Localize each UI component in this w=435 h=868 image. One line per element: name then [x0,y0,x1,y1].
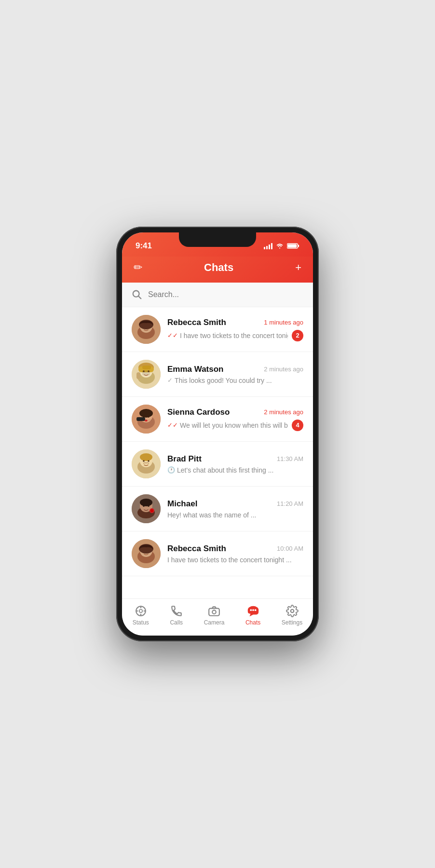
status-icon [135,605,147,617]
message-time: 11:30 AM [277,455,303,462]
clock-icon: 🕐 [167,466,175,474]
svg-point-50 [148,550,150,552]
avatar [132,405,161,434]
svg-point-36 [148,460,150,462]
svg-point-63 [290,610,294,613]
avatar [132,315,161,344]
chat-content: Rebecca Smith 10:00 AM I have two ticket… [167,544,303,564]
settings-nav-label: Settings [282,619,302,626]
svg-point-58 [212,610,216,614]
svg-point-41 [143,505,145,507]
message-preview: ✓✓ I have two tickets to the concert ton… [167,332,288,339]
avatar [132,449,161,478]
nav-camera[interactable]: Camera [204,605,225,626]
nav-calls[interactable]: Calls [170,605,183,626]
svg-rect-20 [136,372,140,379]
avatar [132,360,161,389]
chat-content: Sienna Cardoso 2 minutes ago ✓✓ We will … [167,407,303,431]
svg-line-4 [138,296,141,298]
app-header: ✏ Chats + [122,257,313,283]
camera-nav-label: Camera [204,619,225,626]
nav-chats[interactable]: Chats [245,605,260,626]
svg-rect-1 [287,244,297,248]
chat-item[interactable]: Rebecca Smith 1 minutes ago ✓✓ I have tw… [122,307,313,352]
double-tick-icon: ✓✓ [167,421,178,429]
svg-rect-57 [209,609,219,616]
chat-item[interactable]: Emma Watson 2 minutes ago ✓ This looks g… [122,352,313,397]
notch [179,232,256,247]
phone-frame: 9:41 ✏ Ch [116,227,319,641]
bottom-nav: Status Calls Camera [122,598,313,636]
chat-item[interactable]: Rebecca Smith 10:00 AM I have two ticket… [122,531,313,576]
message-time: 11:20 AM [277,500,303,507]
unread-badge: 4 [292,420,303,431]
status-time: 9:41 [136,241,152,251]
phone-screen: 9:41 ✏ Ch [122,232,313,636]
chat-item[interactable]: Sienna Cardoso 2 minutes ago ✓✓ We will … [122,397,313,442]
calls-nav-label: Calls [170,619,183,626]
settings-icon [286,605,299,617]
avatar [132,494,161,523]
status-nav-label: Status [133,619,149,626]
message-preview: 🕐 Let's chat about this first thing ... [167,466,303,474]
header-title: Chats [204,261,233,274]
svg-point-60 [250,609,252,611]
chats-nav-label: Chats [245,619,260,626]
svg-rect-16 [142,366,151,369]
double-tick-icon: ✓✓ [167,332,178,339]
chat-item[interactable]: Michael 11:20 AM Hey! what was the name … [122,487,313,531]
status-icons [264,243,299,249]
contact-name: Michael [167,499,197,509]
contact-name: Sienna Cardoso [167,407,230,417]
chat-list: Rebecca Smith 1 minutes ago ✓✓ I have tw… [122,307,313,598]
contact-name: Emma Watson [167,365,224,374]
svg-point-40 [140,499,152,506]
nav-settings[interactable]: Settings [282,605,302,626]
chat-content: Rebecca Smith 1 minutes ago ✓✓ I have tw… [167,318,303,341]
svg-point-26 [148,416,150,418]
single-tick-icon: ✓ [167,377,173,384]
svg-point-24 [139,409,153,418]
signal-icon [264,243,272,249]
search-bar [122,283,313,307]
nav-status[interactable]: Status [133,605,149,626]
battery-icon [287,243,299,249]
search-input[interactable] [148,290,303,299]
message-preview: ✓ This looks good! You could try ... [167,377,303,384]
edit-button[interactable]: ✏ [134,261,142,274]
svg-rect-29 [137,418,144,420]
add-button[interactable]: + [295,261,301,274]
message-time: 2 minutes ago [264,408,303,416]
avatar [132,539,161,568]
contact-name: Rebecca Smith [167,544,226,554]
svg-point-62 [254,609,256,611]
contact-name: Rebecca Smith [167,318,226,327]
message-preview: I have two tickets to the concert tonigh… [167,556,303,564]
svg-point-52 [139,610,143,613]
message-time: 10:00 AM [277,545,303,552]
chat-content: Brad Pitt 11:30 AM 🕐 Let's chat about th… [167,454,303,474]
chat-content: Michael 11:20 AM Hey! what was the name … [167,499,303,519]
wifi-icon [275,243,284,249]
unread-badge: 2 [292,330,303,341]
chat-item[interactable]: Brad Pitt 11:30 AM 🕐 Let's chat about th… [122,442,313,487]
svg-point-49 [143,550,145,552]
message-preview: ✓✓ We will let you know when this will b… [167,421,288,429]
svg-rect-2 [298,245,299,247]
svg-point-9 [143,326,145,328]
message-time: 2 minutes ago [264,366,303,373]
contact-name: Brad Pitt [167,454,202,464]
svg-rect-19 [142,370,150,375]
chat-content: Emma Watson 2 minutes ago ✓ This looks g… [167,365,303,384]
chats-nav-icon [246,605,260,617]
message-time: 1 minutes ago [264,319,303,326]
svg-point-42 [148,505,150,507]
svg-point-35 [143,460,145,462]
calls-icon [170,605,183,617]
svg-point-44 [150,509,153,512]
camera-icon [208,605,220,617]
svg-point-10 [148,326,150,328]
svg-point-34 [140,453,152,461]
search-icon [132,289,142,300]
svg-point-61 [252,609,254,611]
